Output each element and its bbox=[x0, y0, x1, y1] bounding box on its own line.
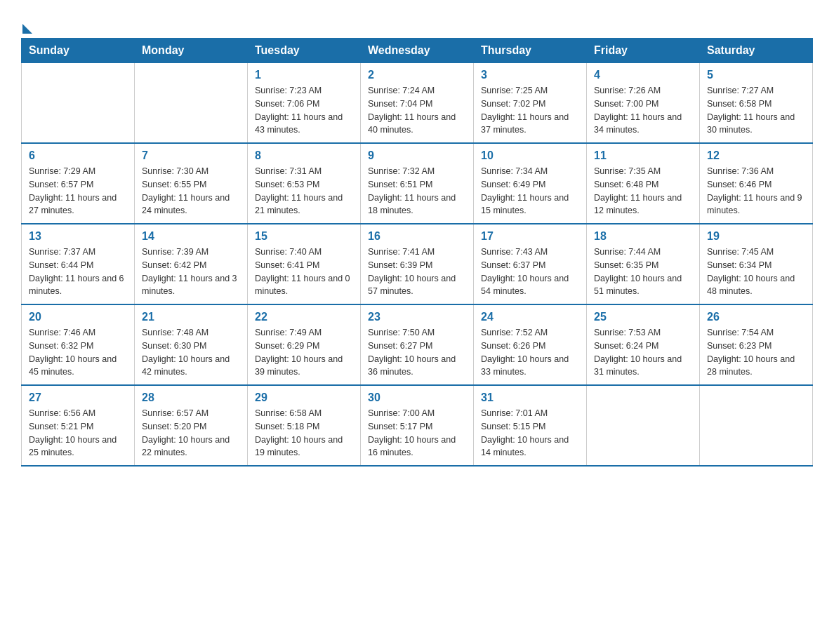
calendar-cell: 13Sunrise: 7:37 AMSunset: 6:44 PMDayligh… bbox=[22, 224, 135, 304]
calendar-week-2: 6Sunrise: 7:29 AMSunset: 6:57 PMDaylight… bbox=[22, 143, 813, 224]
day-number: 2 bbox=[368, 69, 466, 81]
calendar-cell: 3Sunrise: 7:25 AMSunset: 7:02 PMDaylight… bbox=[474, 63, 587, 144]
calendar-table: SundayMondayTuesdayWednesdayThursdayFrid… bbox=[21, 38, 813, 467]
day-info: Sunrise: 7:24 AMSunset: 7:04 PMDaylight:… bbox=[368, 84, 466, 137]
calendar-cell bbox=[700, 385, 813, 466]
day-number: 13 bbox=[29, 230, 127, 243]
calendar-cell: 24Sunrise: 7:52 AMSunset: 6:26 PMDayligh… bbox=[474, 304, 587, 385]
calendar-cell bbox=[135, 63, 248, 144]
logo-arrow-icon bbox=[22, 24, 32, 34]
calendar-cell: 17Sunrise: 7:43 AMSunset: 6:37 PMDayligh… bbox=[474, 224, 587, 304]
weekday-header-monday: Monday bbox=[135, 39, 248, 63]
calendar-cell: 16Sunrise: 7:41 AMSunset: 6:39 PMDayligh… bbox=[361, 224, 474, 304]
day-info: Sunrise: 7:43 AMSunset: 6:37 PMDaylight:… bbox=[481, 246, 579, 298]
calendar-cell: 7Sunrise: 7:30 AMSunset: 6:55 PMDaylight… bbox=[135, 143, 248, 224]
day-number: 5 bbox=[707, 69, 805, 81]
day-info: Sunrise: 7:27 AMSunset: 6:58 PMDaylight:… bbox=[707, 84, 805, 137]
day-number: 11 bbox=[594, 149, 692, 162]
calendar-cell: 27Sunrise: 6:56 AMSunset: 5:21 PMDayligh… bbox=[22, 385, 135, 466]
page-header bbox=[21, 14, 813, 31]
calendar-cell: 23Sunrise: 7:50 AMSunset: 6:27 PMDayligh… bbox=[361, 304, 474, 385]
day-info: Sunrise: 7:45 AMSunset: 6:34 PMDaylight:… bbox=[707, 246, 805, 298]
calendar-cell: 19Sunrise: 7:45 AMSunset: 6:34 PMDayligh… bbox=[700, 224, 813, 304]
day-info: Sunrise: 6:58 AMSunset: 5:18 PMDaylight:… bbox=[255, 407, 353, 459]
calendar-week-4: 20Sunrise: 7:46 AMSunset: 6:32 PMDayligh… bbox=[22, 304, 813, 385]
weekday-header-saturday: Saturday bbox=[700, 39, 813, 63]
weekday-header-tuesday: Tuesday bbox=[248, 39, 361, 63]
day-info: Sunrise: 7:53 AMSunset: 6:24 PMDaylight:… bbox=[594, 326, 692, 379]
day-number: 12 bbox=[707, 149, 805, 162]
day-number: 23 bbox=[368, 311, 466, 323]
weekday-header-sunday: Sunday bbox=[22, 39, 135, 63]
day-number: 10 bbox=[481, 149, 579, 162]
calendar-cell: 10Sunrise: 7:34 AMSunset: 6:49 PMDayligh… bbox=[474, 143, 587, 224]
day-info: Sunrise: 7:49 AMSunset: 6:29 PMDaylight:… bbox=[255, 326, 353, 379]
day-info: Sunrise: 7:41 AMSunset: 6:39 PMDaylight:… bbox=[368, 246, 466, 298]
day-number: 29 bbox=[255, 391, 353, 404]
day-number: 7 bbox=[142, 149, 240, 162]
day-info: Sunrise: 7:23 AMSunset: 7:06 PMDaylight:… bbox=[255, 84, 353, 137]
day-number: 1 bbox=[255, 69, 353, 81]
calendar-cell: 25Sunrise: 7:53 AMSunset: 6:24 PMDayligh… bbox=[587, 304, 700, 385]
day-info: Sunrise: 6:56 AMSunset: 5:21 PMDaylight:… bbox=[29, 407, 127, 459]
day-number: 22 bbox=[255, 311, 353, 323]
day-info: Sunrise: 7:46 AMSunset: 6:32 PMDaylight:… bbox=[29, 326, 127, 379]
day-info: Sunrise: 7:00 AMSunset: 5:17 PMDaylight:… bbox=[368, 407, 466, 459]
day-info: Sunrise: 7:54 AMSunset: 6:23 PMDaylight:… bbox=[707, 326, 805, 379]
day-number: 16 bbox=[368, 230, 466, 243]
calendar-cell: 11Sunrise: 7:35 AMSunset: 6:48 PMDayligh… bbox=[587, 143, 700, 224]
day-info: Sunrise: 7:26 AMSunset: 7:00 PMDaylight:… bbox=[594, 84, 692, 137]
calendar-cell: 26Sunrise: 7:54 AMSunset: 6:23 PMDayligh… bbox=[700, 304, 813, 385]
calendar-cell: 5Sunrise: 7:27 AMSunset: 6:58 PMDaylight… bbox=[700, 63, 813, 144]
day-number: 30 bbox=[368, 391, 466, 404]
day-number: 31 bbox=[481, 391, 579, 404]
day-number: 9 bbox=[368, 149, 466, 162]
calendar-cell: 22Sunrise: 7:49 AMSunset: 6:29 PMDayligh… bbox=[248, 304, 361, 385]
day-info: Sunrise: 7:32 AMSunset: 6:51 PMDaylight:… bbox=[368, 165, 466, 217]
weekday-header-friday: Friday bbox=[587, 39, 700, 63]
day-number: 8 bbox=[255, 149, 353, 162]
calendar-week-3: 13Sunrise: 7:37 AMSunset: 6:44 PMDayligh… bbox=[22, 224, 813, 304]
calendar-week-1: 1Sunrise: 7:23 AMSunset: 7:06 PMDaylight… bbox=[22, 63, 813, 144]
calendar-cell: 8Sunrise: 7:31 AMSunset: 6:53 PMDaylight… bbox=[248, 143, 361, 224]
calendar-cell: 15Sunrise: 7:40 AMSunset: 6:41 PMDayligh… bbox=[248, 224, 361, 304]
day-number: 18 bbox=[594, 230, 692, 243]
day-info: Sunrise: 7:52 AMSunset: 6:26 PMDaylight:… bbox=[481, 326, 579, 379]
calendar-cell: 28Sunrise: 6:57 AMSunset: 5:20 PMDayligh… bbox=[135, 385, 248, 466]
calendar-cell: 20Sunrise: 7:46 AMSunset: 6:32 PMDayligh… bbox=[22, 304, 135, 385]
calendar-cell: 14Sunrise: 7:39 AMSunset: 6:42 PMDayligh… bbox=[135, 224, 248, 304]
calendar-cell bbox=[587, 385, 700, 466]
day-info: Sunrise: 7:48 AMSunset: 6:30 PMDaylight:… bbox=[142, 326, 240, 379]
day-number: 27 bbox=[29, 391, 127, 404]
calendar-cell: 1Sunrise: 7:23 AMSunset: 7:06 PMDaylight… bbox=[248, 63, 361, 144]
calendar-cell: 2Sunrise: 7:24 AMSunset: 7:04 PMDaylight… bbox=[361, 63, 474, 144]
day-info: Sunrise: 7:29 AMSunset: 6:57 PMDaylight:… bbox=[29, 165, 127, 217]
day-info: Sunrise: 7:37 AMSunset: 6:44 PMDaylight:… bbox=[29, 246, 127, 298]
day-info: Sunrise: 7:40 AMSunset: 6:41 PMDaylight:… bbox=[255, 246, 353, 298]
day-number: 20 bbox=[29, 311, 127, 323]
day-info: Sunrise: 7:36 AMSunset: 6:46 PMDaylight:… bbox=[707, 165, 805, 217]
calendar-cell: 29Sunrise: 6:58 AMSunset: 5:18 PMDayligh… bbox=[248, 385, 361, 466]
weekday-header-thursday: Thursday bbox=[474, 39, 587, 63]
day-info: Sunrise: 7:35 AMSunset: 6:48 PMDaylight:… bbox=[594, 165, 692, 217]
calendar-cell bbox=[22, 63, 135, 144]
calendar-cell: 9Sunrise: 7:32 AMSunset: 6:51 PMDaylight… bbox=[361, 143, 474, 224]
day-number: 19 bbox=[707, 230, 805, 243]
day-number: 21 bbox=[142, 311, 240, 323]
day-info: Sunrise: 7:31 AMSunset: 6:53 PMDaylight:… bbox=[255, 165, 353, 217]
calendar-cell: 30Sunrise: 7:00 AMSunset: 5:17 PMDayligh… bbox=[361, 385, 474, 466]
day-number: 15 bbox=[255, 230, 353, 243]
day-number: 24 bbox=[481, 311, 579, 323]
calendar-cell: 18Sunrise: 7:44 AMSunset: 6:35 PMDayligh… bbox=[587, 224, 700, 304]
day-info: Sunrise: 7:01 AMSunset: 5:15 PMDaylight:… bbox=[481, 407, 579, 459]
calendar-cell: 6Sunrise: 7:29 AMSunset: 6:57 PMDaylight… bbox=[22, 143, 135, 224]
day-info: Sunrise: 7:25 AMSunset: 7:02 PMDaylight:… bbox=[481, 84, 579, 137]
logo bbox=[21, 14, 32, 31]
day-number: 25 bbox=[594, 311, 692, 323]
day-info: Sunrise: 6:57 AMSunset: 5:20 PMDaylight:… bbox=[142, 407, 240, 459]
calendar-week-5: 27Sunrise: 6:56 AMSunset: 5:21 PMDayligh… bbox=[22, 385, 813, 466]
day-number: 28 bbox=[142, 391, 240, 404]
day-number: 3 bbox=[481, 69, 579, 81]
day-info: Sunrise: 7:50 AMSunset: 6:27 PMDaylight:… bbox=[368, 326, 466, 379]
day-number: 6 bbox=[29, 149, 127, 162]
